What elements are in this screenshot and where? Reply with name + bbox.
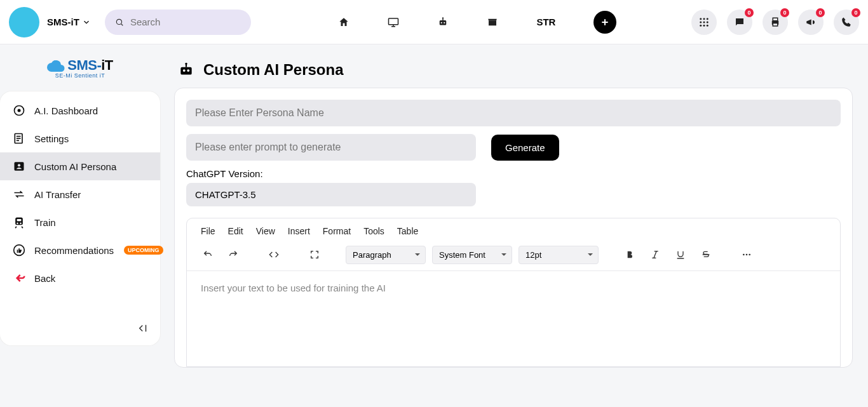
- announce-badge: 0: [816, 8, 825, 17]
- sidebar-nav: A.I. Dashboard Settings Custom AI Person…: [0, 91, 160, 345]
- thumbs-up-icon: [13, 244, 25, 257]
- cloud-icon: [47, 60, 65, 72]
- svg-point-9: [442, 17, 444, 18]
- search-box[interactable]: [105, 10, 251, 35]
- sidebar-item-custom-ai-persona[interactable]: Custom AI Persona: [0, 152, 160, 180]
- str-nav[interactable]: STR: [536, 17, 555, 27]
- menu-view[interactable]: View: [256, 226, 275, 236]
- svg-point-20: [707, 24, 709, 26]
- sidebar-item-label: Recommendations: [34, 245, 114, 256]
- announce-button[interactable]: 0: [798, 10, 824, 35]
- sidebar-item-label: Train: [34, 217, 56, 228]
- menu-file[interactable]: File: [201, 226, 215, 236]
- menu-table[interactable]: Table: [397, 226, 418, 236]
- back-icon: [13, 272, 25, 284]
- bold-button[interactable]: [620, 245, 639, 264]
- home-icon[interactable]: [338, 17, 349, 28]
- main-panel: Custom AI Persona Generate ChatGPT Versi…: [165, 44, 868, 407]
- persona-name-input[interactable]: [186, 100, 841, 126]
- chat-icon: [734, 17, 745, 28]
- version-select[interactable]: CHATGPT-3.5: [186, 183, 476, 206]
- brand-dropdown[interactable]: SMS-iT: [47, 17, 91, 27]
- top-right-icons: 0 0 0 0: [691, 10, 859, 35]
- redo-icon: [228, 250, 238, 260]
- svg-rect-22: [773, 18, 778, 21]
- menu-insert[interactable]: Insert: [288, 226, 310, 236]
- svg-point-39: [187, 69, 189, 72]
- editor-toolbar: Paragraph System Font 12pt: [187, 241, 840, 271]
- svg-point-13: [703, 18, 705, 20]
- robot-icon[interactable]: [437, 17, 449, 28]
- sidebar: SMS-iT SE-Mi Sentient iT A.I. Dashboard …: [0, 44, 165, 407]
- search-input[interactable]: [130, 17, 241, 27]
- fullscreen-icon: [309, 250, 320, 260]
- svg-rect-2: [389, 18, 398, 25]
- redo-button[interactable]: [224, 245, 243, 264]
- sidebar-item-ai-transfer[interactable]: AI Transfer: [0, 180, 160, 208]
- menu-tools[interactable]: Tools: [363, 226, 384, 236]
- menu-format[interactable]: Format: [323, 226, 351, 236]
- sidebar-item-back[interactable]: Back: [0, 264, 160, 292]
- store-icon[interactable]: [487, 17, 498, 28]
- generate-button[interactable]: Generate: [491, 135, 559, 161]
- editor-menu: File Edit View Insert Format Tools Table: [187, 218, 840, 241]
- megaphone-icon: [805, 17, 817, 28]
- font-select[interactable]: System Font: [432, 246, 512, 264]
- apps-button[interactable]: [691, 10, 717, 35]
- editor: File Edit View Insert Format Tools Table: [186, 218, 841, 367]
- chat-button[interactable]: 0: [727, 10, 752, 35]
- prompt-input[interactable]: [186, 134, 476, 161]
- editor-body[interactable]: Insert your text to be used for training…: [187, 271, 840, 366]
- code-button[interactable]: [264, 245, 283, 264]
- svg-point-38: [183, 69, 186, 72]
- page-header: Custom AI Persona: [178, 61, 853, 79]
- strikethrough-icon: [701, 250, 711, 260]
- svg-point-47: [749, 254, 750, 256]
- search-icon: [115, 17, 124, 27]
- print-badge: 0: [780, 8, 789, 17]
- transfer-icon: [13, 188, 25, 201]
- svg-rect-35: [17, 219, 22, 221]
- svg-point-16: [703, 21, 705, 23]
- topbar: SMS-iT STR 0 0 0 0: [0, 0, 868, 44]
- svg-line-1: [121, 23, 123, 25]
- chevron-down-icon: [82, 18, 91, 27]
- print-button[interactable]: 0: [763, 10, 788, 35]
- persona-card: Generate ChatGPT Version: CHATGPT-3.5 Fi…: [174, 88, 853, 368]
- robot-icon: [178, 62, 194, 78]
- code-icon: [269, 250, 279, 260]
- svg-point-41: [185, 63, 187, 65]
- svg-point-25: [18, 109, 21, 112]
- fontsize-select[interactable]: 12pt: [519, 246, 599, 264]
- more-icon: [742, 250, 752, 260]
- menu-edit[interactable]: Edit: [228, 226, 243, 236]
- fullscreen-button[interactable]: [305, 245, 324, 264]
- add-button[interactable]: [593, 11, 616, 34]
- sidebar-item-ai-dashboard[interactable]: A.I. Dashboard: [0, 97, 160, 124]
- avatar[interactable]: [9, 7, 39, 37]
- undo-button[interactable]: [198, 245, 217, 264]
- svg-point-31: [18, 164, 20, 166]
- chat-badge: 0: [745, 8, 754, 17]
- sidebar-item-recommendations[interactable]: Recommendations UPCOMING: [0, 236, 160, 264]
- paragraph-select[interactable]: Paragraph: [346, 246, 426, 264]
- dashboard-icon: [13, 104, 25, 117]
- sidebar-item-train[interactable]: Train: [0, 208, 160, 236]
- italic-button[interactable]: [646, 245, 665, 264]
- phone-button[interactable]: 0: [834, 10, 859, 35]
- upcoming-badge: UPCOMING: [124, 246, 163, 255]
- underline-button[interactable]: [671, 245, 690, 264]
- monitor-icon[interactable]: [388, 17, 399, 28]
- italic-icon: [650, 250, 660, 260]
- sidebar-item-settings[interactable]: Settings: [0, 124, 160, 152]
- logo: SMS-iT SE-Mi Sentient iT: [47, 57, 113, 79]
- sidebar-item-label: Settings: [34, 133, 69, 144]
- strikethrough-button[interactable]: [696, 245, 715, 264]
- persona-icon: [13, 160, 25, 173]
- more-button[interactable]: [737, 245, 756, 264]
- svg-point-12: [700, 18, 702, 20]
- svg-point-17: [707, 21, 709, 23]
- svg-point-33: [17, 222, 18, 224]
- svg-point-19: [703, 24, 705, 26]
- collapse-sidebar-button[interactable]: [137, 323, 149, 337]
